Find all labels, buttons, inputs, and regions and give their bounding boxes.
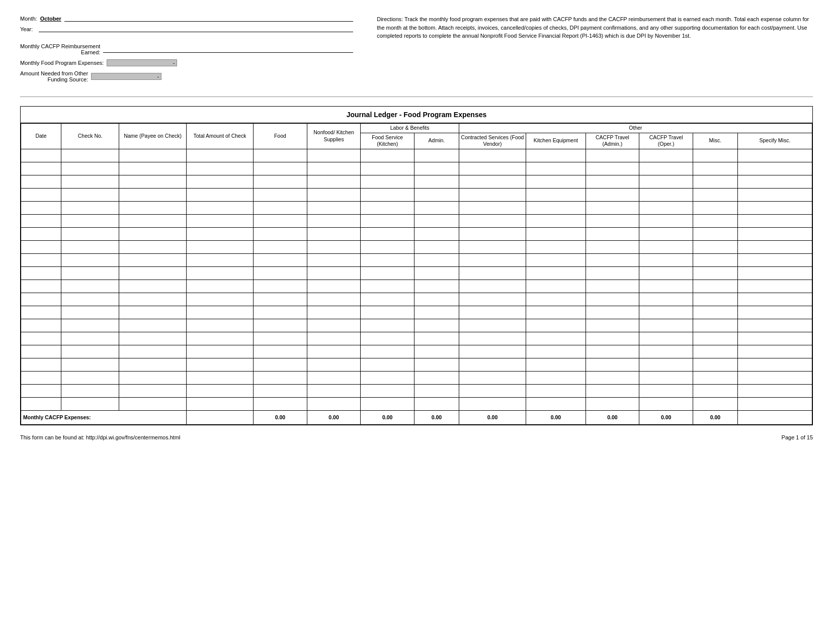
table-row — [21, 397, 812, 410]
group-header-labor: Labor & Benefits — [361, 124, 459, 133]
table-row — [21, 175, 812, 188]
directions-text: Directions: Track the monthly food progr… — [377, 15, 813, 40]
totals-nonfood: 0.00 — [307, 410, 361, 424]
table-row — [21, 358, 812, 371]
totals-specmisc — [737, 410, 812, 424]
col-header-cacfp-oper: CACFP Travel (Oper.) — [639, 133, 693, 149]
table-row — [21, 149, 812, 162]
totals-kitchen: 0.00 — [526, 410, 586, 424]
other-label-1: Amount Needed from Other — [20, 70, 88, 76]
totals-cacfp-admin: 0.00 — [586, 410, 639, 424]
table-row — [21, 332, 812, 345]
table-row — [21, 319, 812, 332]
col-header-kitchen: Kitchen Equipment — [526, 133, 586, 149]
col-header-admin: Admin. — [414, 133, 459, 149]
totals-row: Monthly CACFP Expenses: 0.00 0.00 0.00 0… — [21, 410, 812, 424]
col-header-misc: Misc. — [693, 133, 737, 149]
table-row — [21, 280, 812, 293]
totals-misc: 0.00 — [693, 410, 737, 424]
footer: This form can be found at: http://dpi.wi… — [20, 434, 813, 440]
table-row — [21, 293, 812, 306]
col-header-cacfp-admin: CACFP Travel (Admin.) — [586, 133, 639, 149]
totals-total — [186, 410, 253, 424]
totals-cacfp-oper: 0.00 — [639, 410, 693, 424]
col-header-specmisc: Specify Misc. — [737, 133, 812, 149]
expenses-value: - — [107, 59, 177, 66]
expenses-label: Monthly Food Program Expenses: — [20, 60, 104, 66]
table-row — [21, 306, 812, 319]
table-row — [21, 201, 812, 214]
year-label: Year: — [20, 26, 33, 32]
totals-contracted: 0.00 — [459, 410, 526, 424]
reimbursement-label-2: Earned: — [20, 49, 100, 55]
table-row — [21, 253, 812, 266]
footer-url: This form can be found at: http://dpi.wi… — [20, 434, 181, 440]
col-header-food: Food — [254, 124, 307, 149]
col-header-nonfood: Nonfood/ Kitchen Supplies — [307, 124, 361, 149]
table-row — [21, 345, 812, 358]
totals-foodsvc: 0.00 — [361, 410, 414, 424]
month-label: Month: — [20, 16, 37, 22]
col-header-foodsvc: Food Service (Kitchen) — [361, 133, 414, 149]
footer-page: Page 1 of 15 — [782, 434, 813, 440]
ledger-container: Journal Ledger - Food Program Expenses D… — [20, 106, 813, 425]
other-value: - — [91, 73, 161, 80]
col-header-check: Check No. — [61, 124, 119, 149]
table-row — [21, 371, 812, 384]
totals-admin: 0.00 — [414, 410, 459, 424]
reimbursement-label-1: Monthly CACFP Reimbursement — [20, 43, 100, 49]
table-row — [21, 227, 812, 240]
table-row — [21, 214, 812, 227]
table-row — [21, 162, 812, 175]
col-header-name: Name (Payee on Check) — [119, 124, 186, 149]
table-row — [21, 266, 812, 280]
table-row — [21, 384, 812, 397]
ledger-title: Journal Ledger - Food Program Expenses — [21, 107, 812, 123]
table-row — [21, 188, 812, 201]
table-row — [21, 240, 812, 253]
month-value: October — [40, 16, 61, 22]
ledger-table: Date Check No. Name (Payee on Check) Tot… — [21, 123, 812, 425]
group-header-other: Other — [459, 124, 812, 133]
totals-label: Monthly CACFP Expenses: — [21, 410, 187, 424]
reimbursement-input[interactable] — [103, 46, 353, 53]
other-label-2: Funding Source: — [20, 76, 88, 82]
totals-food: 0.00 — [254, 410, 307, 424]
col-header-contracted: Contracted Services (Food Vendor) — [459, 133, 526, 149]
col-header-total: Total Amount of Check — [186, 124, 253, 149]
col-header-date: Date — [21, 124, 61, 149]
